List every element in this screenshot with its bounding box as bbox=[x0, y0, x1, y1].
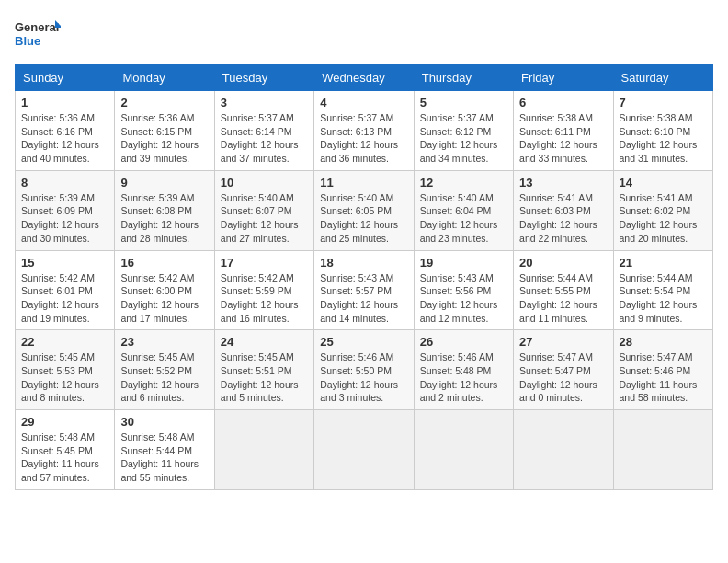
day-info: Sunrise: 5:38 AM Sunset: 6:11 PM Dayligh… bbox=[519, 111, 607, 166]
day-cell: 29 Sunrise: 5:48 AM Sunset: 5:45 PM Dayl… bbox=[16, 410, 115, 490]
day-cell bbox=[214, 410, 313, 490]
day-cell: 10 Sunrise: 5:40 AM Sunset: 6:07 PM Dayl… bbox=[214, 170, 313, 250]
day-number: 17 bbox=[221, 256, 308, 270]
day-info: Sunrise: 5:45 AM Sunset: 5:52 PM Dayligh… bbox=[120, 350, 208, 405]
day-cell bbox=[414, 410, 513, 490]
day-info: Sunrise: 5:47 AM Sunset: 5:46 PM Dayligh… bbox=[620, 350, 707, 405]
day-cell: 9 Sunrise: 5:39 AM Sunset: 6:08 PM Dayli… bbox=[115, 170, 214, 250]
day-cell: 23 Sunrise: 5:45 AM Sunset: 5:52 PM Dayl… bbox=[115, 330, 214, 410]
day-number: 25 bbox=[320, 335, 407, 349]
day-info: Sunrise: 5:44 AM Sunset: 5:54 PM Dayligh… bbox=[620, 271, 707, 326]
day-number: 30 bbox=[120, 415, 208, 429]
day-cell: 22 Sunrise: 5:45 AM Sunset: 5:53 PM Dayl… bbox=[16, 330, 115, 410]
day-number: 24 bbox=[221, 335, 308, 349]
day-number: 9 bbox=[120, 176, 208, 190]
day-cell: 17 Sunrise: 5:42 AM Sunset: 5:59 PM Dayl… bbox=[214, 250, 313, 330]
day-info: Sunrise: 5:46 AM Sunset: 5:50 PM Dayligh… bbox=[320, 350, 407, 405]
day-cell: 7 Sunrise: 5:38 AM Sunset: 6:10 PM Dayli… bbox=[613, 91, 712, 171]
day-number: 15 bbox=[21, 256, 108, 270]
day-info: Sunrise: 5:40 AM Sunset: 6:04 PM Dayligh… bbox=[420, 191, 507, 246]
svg-text:General: General bbox=[15, 20, 59, 34]
day-info: Sunrise: 5:42 AM Sunset: 6:01 PM Dayligh… bbox=[21, 271, 108, 326]
day-info: Sunrise: 5:48 AM Sunset: 5:45 PM Dayligh… bbox=[21, 431, 108, 485]
day-number: 19 bbox=[420, 256, 507, 270]
day-number: 8 bbox=[21, 176, 108, 190]
day-cell: 28 Sunrise: 5:47 AM Sunset: 5:46 PM Dayl… bbox=[613, 330, 712, 410]
day-number: 27 bbox=[519, 335, 607, 349]
day-number: 12 bbox=[420, 176, 507, 190]
svg-text:Blue: Blue bbox=[15, 34, 40, 48]
day-info: Sunrise: 5:40 AM Sunset: 6:05 PM Dayligh… bbox=[320, 191, 407, 246]
weekday-header-saturday: Saturday bbox=[613, 65, 712, 91]
day-cell: 3 Sunrise: 5:37 AM Sunset: 6:14 PM Dayli… bbox=[214, 91, 313, 171]
day-info: Sunrise: 5:39 AM Sunset: 6:08 PM Dayligh… bbox=[120, 191, 208, 246]
day-cell: 27 Sunrise: 5:47 AM Sunset: 5:47 PM Dayl… bbox=[514, 330, 613, 410]
day-number: 4 bbox=[320, 96, 407, 109]
day-number: 23 bbox=[120, 335, 208, 349]
day-number: 28 bbox=[620, 335, 707, 349]
day-cell: 21 Sunrise: 5:44 AM Sunset: 5:54 PM Dayl… bbox=[613, 250, 712, 330]
day-cell bbox=[314, 410, 414, 490]
day-info: Sunrise: 5:45 AM Sunset: 5:53 PM Dayligh… bbox=[21, 350, 108, 405]
day-cell: 18 Sunrise: 5:43 AM Sunset: 5:57 PM Dayl… bbox=[314, 250, 414, 330]
day-info: Sunrise: 5:38 AM Sunset: 6:10 PM Dayligh… bbox=[620, 111, 707, 166]
day-cell: 1 Sunrise: 5:36 AM Sunset: 6:16 PM Dayli… bbox=[16, 91, 115, 171]
day-cell bbox=[613, 410, 712, 490]
day-cell: 16 Sunrise: 5:42 AM Sunset: 6:00 PM Dayl… bbox=[115, 250, 214, 330]
week-row-3: 15 Sunrise: 5:42 AM Sunset: 6:01 PM Dayl… bbox=[16, 250, 713, 330]
week-row-1: 1 Sunrise: 5:36 AM Sunset: 6:16 PM Dayli… bbox=[16, 91, 713, 171]
logo-svg: General Blue bbox=[15, 15, 61, 53]
page-header: General Blue bbox=[15, 15, 713, 53]
day-info: Sunrise: 5:37 AM Sunset: 6:13 PM Dayligh… bbox=[320, 111, 407, 166]
day-number: 5 bbox=[420, 96, 507, 109]
day-cell: 26 Sunrise: 5:46 AM Sunset: 5:48 PM Dayl… bbox=[414, 330, 513, 410]
day-cell: 14 Sunrise: 5:41 AM Sunset: 6:02 PM Dayl… bbox=[613, 170, 712, 250]
day-info: Sunrise: 5:37 AM Sunset: 6:12 PM Dayligh… bbox=[420, 111, 507, 166]
day-info: Sunrise: 5:40 AM Sunset: 6:07 PM Dayligh… bbox=[221, 191, 308, 246]
week-row-2: 8 Sunrise: 5:39 AM Sunset: 6:09 PM Dayli… bbox=[16, 170, 713, 250]
day-cell: 25 Sunrise: 5:46 AM Sunset: 5:50 PM Dayl… bbox=[314, 330, 414, 410]
day-number: 13 bbox=[519, 176, 607, 190]
day-number: 3 bbox=[221, 96, 308, 109]
calendar-table: SundayMondayTuesdayWednesdayThursdayFrid… bbox=[15, 64, 713, 490]
day-cell: 20 Sunrise: 5:44 AM Sunset: 5:55 PM Dayl… bbox=[514, 250, 613, 330]
day-cell: 13 Sunrise: 5:41 AM Sunset: 6:03 PM Dayl… bbox=[514, 170, 613, 250]
day-cell: 24 Sunrise: 5:45 AM Sunset: 5:51 PM Dayl… bbox=[214, 330, 313, 410]
logo: General Blue bbox=[15, 15, 61, 53]
day-number: 1 bbox=[21, 96, 108, 109]
day-cell: 15 Sunrise: 5:42 AM Sunset: 6:01 PM Dayl… bbox=[16, 250, 115, 330]
day-number: 16 bbox=[120, 256, 208, 270]
day-cell: 11 Sunrise: 5:40 AM Sunset: 6:05 PM Dayl… bbox=[314, 170, 414, 250]
day-number: 11 bbox=[320, 176, 407, 190]
weekday-header-monday: Monday bbox=[115, 65, 214, 91]
day-info: Sunrise: 5:46 AM Sunset: 5:48 PM Dayligh… bbox=[420, 350, 507, 405]
day-number: 21 bbox=[620, 256, 707, 270]
day-number: 29 bbox=[21, 415, 108, 429]
day-number: 6 bbox=[519, 96, 607, 109]
day-number: 2 bbox=[120, 96, 208, 109]
day-info: Sunrise: 5:42 AM Sunset: 5:59 PM Dayligh… bbox=[221, 271, 308, 326]
weekday-header-sunday: Sunday bbox=[16, 65, 115, 91]
day-cell: 12 Sunrise: 5:40 AM Sunset: 6:04 PM Dayl… bbox=[414, 170, 513, 250]
weekday-header-thursday: Thursday bbox=[414, 65, 513, 91]
week-row-5: 29 Sunrise: 5:48 AM Sunset: 5:45 PM Dayl… bbox=[16, 410, 713, 490]
day-number: 14 bbox=[620, 176, 707, 190]
day-info: Sunrise: 5:39 AM Sunset: 6:09 PM Dayligh… bbox=[21, 191, 108, 246]
day-number: 10 bbox=[221, 176, 308, 190]
weekday-header-friday: Friday bbox=[514, 65, 613, 91]
day-cell: 4 Sunrise: 5:37 AM Sunset: 6:13 PM Dayli… bbox=[314, 91, 414, 171]
day-cell: 19 Sunrise: 5:43 AM Sunset: 5:56 PM Dayl… bbox=[414, 250, 513, 330]
day-number: 18 bbox=[320, 256, 407, 270]
day-cell: 6 Sunrise: 5:38 AM Sunset: 6:11 PM Dayli… bbox=[514, 91, 613, 171]
day-info: Sunrise: 5:47 AM Sunset: 5:47 PM Dayligh… bbox=[519, 350, 607, 405]
day-cell: 8 Sunrise: 5:39 AM Sunset: 6:09 PM Dayli… bbox=[16, 170, 115, 250]
day-info: Sunrise: 5:36 AM Sunset: 6:15 PM Dayligh… bbox=[120, 111, 208, 166]
day-info: Sunrise: 5:43 AM Sunset: 5:56 PM Dayligh… bbox=[420, 271, 507, 326]
day-cell bbox=[514, 410, 613, 490]
day-number: 22 bbox=[21, 335, 108, 349]
day-info: Sunrise: 5:43 AM Sunset: 5:57 PM Dayligh… bbox=[320, 271, 407, 326]
day-info: Sunrise: 5:41 AM Sunset: 6:03 PM Dayligh… bbox=[519, 191, 607, 246]
day-info: Sunrise: 5:41 AM Sunset: 6:02 PM Dayligh… bbox=[620, 191, 707, 246]
day-number: 26 bbox=[420, 335, 507, 349]
day-info: Sunrise: 5:48 AM Sunset: 5:44 PM Dayligh… bbox=[120, 431, 208, 485]
